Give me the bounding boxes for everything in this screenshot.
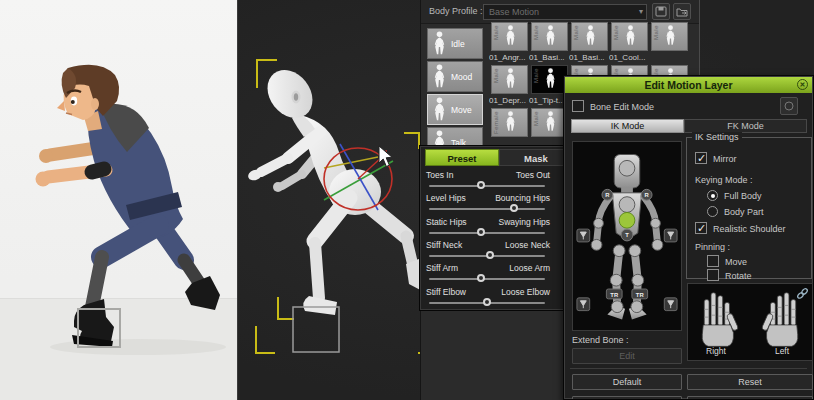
gender-tag: Male [493,68,499,83]
partial-button-right[interactable] [687,396,813,400]
motion-thumbnail-label: 01_Depr... [489,95,531,107]
realistic-shoulder-label: Realistic Shoulder [713,224,786,234]
slider-left-label: Toes In [426,170,453,180]
record-icon [783,100,795,112]
realistic-shoulder-checkbox[interactable]: ✓ [695,222,707,234]
body-profile-value: Base Motion [489,7,539,17]
body-map-figure: RR T TRTR [573,142,681,330]
pin-rotate-checkbox[interactable]: ✓ [707,269,719,281]
motion-category-list: IdleMoodMoveTalk [427,28,485,160]
svg-text:T: T [625,232,629,238]
body-part-map[interactable]: RR T TRTR [572,141,682,331]
slider-right-label: Swaying Hips [499,217,551,227]
figure-silhouette-icon [544,67,557,91]
full-body-label: Full Body [724,191,762,201]
check-icon: ✓ [697,223,706,233]
right-hand-label: Right [696,346,736,356]
chevron-down-icon: ▾ [639,5,643,19]
body-profile-dropdown[interactable]: Base Motion ▾ [483,4,647,20]
category-mood[interactable]: Mood [427,61,483,92]
tab-fk-mode[interactable]: FK Mode [684,119,807,133]
svg-text:TR: TR [610,292,619,298]
hand-selector[interactable]: Right Left [687,283,813,361]
svg-text:R: R [645,192,650,198]
pin-move-checkbox[interactable]: ✓ [707,255,719,267]
slider-right-label: Loose Arm [509,263,550,273]
slider-stiff-arm[interactable] [429,278,545,280]
slider-handle[interactable] [483,298,491,306]
category-move[interactable]: Move [427,94,483,125]
motion-thumbnail-image[interactable]: Male [611,22,648,51]
slider-static-hips[interactable] [429,232,545,234]
slider-handle[interactable] [477,274,485,282]
gender-tag: Male [533,25,539,40]
bone-edit-mode-label: Bone Edit Mode [590,102,654,112]
check-icon: ✓ [697,153,706,163]
tab-mask[interactable]: Mask [499,149,573,166]
motion-thumbnail[interactable]: Male 01_Angr... [491,22,529,51]
tab-preset[interactable]: Preset [425,149,499,166]
slider-right-label: Loose Neck [505,240,550,250]
motion-thumbnail-image[interactable]: Female [491,108,528,137]
bone-edit-mode-checkbox[interactable]: ✓ [572,100,584,112]
preset-mask-panel: Preset Mask Toes In Toes Out Level Hips … [419,145,579,311]
left-hand-label: Left [762,346,802,356]
slider-handle[interactable] [510,204,518,212]
slider-level-hips[interactable] [429,208,545,210]
body-part-label: Body Part [724,207,764,217]
slider-left-label: Stiff Arm [426,263,458,273]
default-button[interactable]: Default [572,374,682,390]
gender-tag: Male [533,111,539,126]
close-icon[interactable]: ✕ [797,79,808,90]
motion-thumbnail[interactable]: Male 01_Basi... [571,22,609,51]
body-part-radio[interactable] [707,206,718,217]
motion-thumbnail-image[interactable]: Male [571,22,608,51]
svg-text:TR: TR [636,292,645,298]
slider-handle[interactable] [486,251,494,259]
slider-handle[interactable] [477,181,485,189]
panel-title[interactable]: Edit Motion Layer ✕ [565,77,812,93]
slider-row: Level Hips Bouncing Hips [426,193,562,216]
category-idle[interactable]: Idle [427,28,483,59]
slider-stiff-elbow[interactable] [429,302,545,304]
save-profile-button[interactable] [652,3,670,20]
figure-silhouette-icon [432,97,447,123]
slider-toes-in[interactable] [429,185,545,187]
slider-left-label: Static Hips [426,217,467,227]
category-label: Idle [451,39,465,49]
svg-text:R: R [605,192,610,198]
full-body-radio[interactable] [707,190,718,201]
figure-silhouette-icon [504,67,517,91]
motion-thumbnail[interactable]: Male 01_Depr... [491,65,529,94]
pin-rotate-label: Rotate [725,271,752,281]
divider [570,368,807,369]
motion-thumbnail[interactable]: Male 01_Basi... [531,22,569,51]
motion-thumbnail-label: 01_Angr... [489,52,531,64]
figure-silhouette-icon [544,24,557,48]
reset-button[interactable]: Reset [687,374,813,390]
partial-button-left[interactable] [572,396,682,400]
load-profile-button[interactable] [673,3,691,20]
link-icon[interactable] [796,287,809,300]
slider-row: Stiff Neck Loose Neck [426,240,562,263]
tab-ik-mode[interactable]: IK Mode [571,119,684,133]
motion-thumbnail[interactable]: Male 01_Cool... [611,22,649,51]
gender-tag: Male [493,25,499,40]
motion-thumbnail-image[interactable]: Male [531,22,568,51]
motion-thumbnail-image[interactable]: Male [491,22,528,51]
collect-clip-button[interactable] [780,97,798,115]
edit-button[interactable]: Edit [572,348,682,364]
mirror-checkbox[interactable]: ✓ [695,152,707,164]
motion-thumbnail-image[interactable]: Male [651,22,688,51]
slider-left-label: Stiff Elbow [426,287,466,297]
slider-stiff-neck[interactable] [429,255,545,257]
extend-bone-label: Extend Bone : [572,335,629,345]
gender-tag: Male [533,68,539,83]
motion-thumbnail[interactable]: Female [491,108,529,137]
cartoon-character [8,55,238,400]
slider-handle[interactable] [477,228,485,236]
figure-silhouette-icon [664,24,677,48]
slider-row: Stiff Elbow Loose Elbow [426,287,562,310]
motion-thumbnail[interactable]: Male [651,22,689,51]
motion-thumbnail-image[interactable]: Male [491,65,528,94]
